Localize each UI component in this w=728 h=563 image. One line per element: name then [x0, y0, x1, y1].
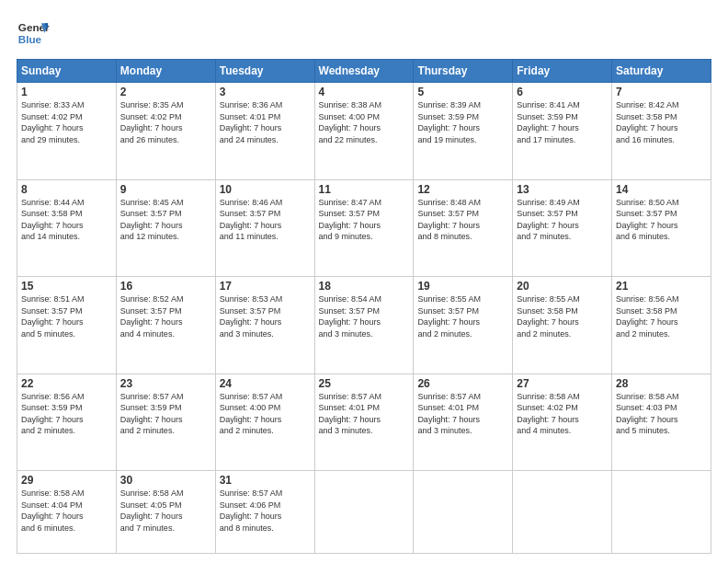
day-info: Sunrise: 8:53 AM Sunset: 3:57 PM Dayligh… — [220, 293, 311, 339]
empty-cell — [414, 471, 513, 554]
weekday-tuesday: Tuesday — [215, 60, 314, 83]
svg-text:Blue: Blue — [18, 33, 42, 45]
day-info: Sunrise: 8:57 AM Sunset: 4:06 PM Dayligh… — [220, 488, 311, 534]
day-info: Sunrise: 8:39 AM Sunset: 3:59 PM Dayligh… — [417, 99, 508, 145]
calendar-day-29: 29Sunrise: 8:58 AM Sunset: 4:04 PM Dayli… — [17, 471, 117, 554]
day-number: 30 — [120, 474, 211, 487]
calendar-day-30: 30Sunrise: 8:58 AM Sunset: 4:05 PM Dayli… — [116, 471, 215, 554]
day-number: 3 — [220, 86, 311, 98]
day-info: Sunrise: 8:35 AM Sunset: 4:02 PM Dayligh… — [120, 99, 211, 145]
day-number: 18 — [319, 280, 410, 293]
day-number: 15 — [21, 280, 112, 293]
calendar-day-20: 20Sunrise: 8:55 AM Sunset: 3:58 PM Dayli… — [513, 277, 612, 374]
day-info: Sunrise: 8:42 AM Sunset: 3:58 PM Dayligh… — [616, 99, 707, 145]
day-info: Sunrise: 8:51 AM Sunset: 3:57 PM Dayligh… — [21, 293, 112, 339]
page: General Blue SundayMondayTuesdayWednesda… — [0, 0, 728, 563]
day-info: Sunrise: 8:41 AM Sunset: 3:59 PM Dayligh… — [517, 99, 608, 145]
day-info: Sunrise: 8:50 AM Sunset: 3:57 PM Dayligh… — [616, 197, 707, 243]
weekday-thursday: Thursday — [414, 60, 513, 83]
calendar-week-4: 22Sunrise: 8:56 AM Sunset: 3:59 PM Dayli… — [17, 373, 711, 471]
day-info: Sunrise: 8:58 AM Sunset: 4:02 PM Dayligh… — [517, 391, 608, 437]
calendar-day-26: 26Sunrise: 8:57 AM Sunset: 4:01 PM Dayli… — [414, 373, 513, 471]
calendar-day-3: 3Sunrise: 8:36 AM Sunset: 4:01 PM Daylig… — [215, 83, 314, 180]
day-number: 23 — [120, 377, 211, 390]
day-info: Sunrise: 8:52 AM Sunset: 3:57 PM Dayligh… — [120, 293, 211, 339]
calendar-day-9: 9Sunrise: 8:45 AM Sunset: 3:57 PM Daylig… — [116, 179, 215, 277]
empty-cell — [314, 471, 414, 554]
day-info: Sunrise: 8:48 AM Sunset: 3:57 PM Dayligh… — [417, 197, 508, 243]
calendar-day-24: 24Sunrise: 8:57 AM Sunset: 4:00 PM Dayli… — [215, 373, 314, 471]
day-info: Sunrise: 8:58 AM Sunset: 4:05 PM Dayligh… — [120, 488, 211, 534]
calendar-day-22: 22Sunrise: 8:56 AM Sunset: 3:59 PM Dayli… — [17, 373, 117, 471]
calendar-table: SundayMondayTuesdayWednesdayThursdayFrid… — [17, 59, 711, 554]
calendar-day-28: 28Sunrise: 8:58 AM Sunset: 4:03 PM Dayli… — [612, 373, 711, 471]
calendar-week-3: 15Sunrise: 8:51 AM Sunset: 3:57 PM Dayli… — [17, 277, 711, 374]
day-number: 5 — [417, 86, 508, 98]
calendar-day-14: 14Sunrise: 8:50 AM Sunset: 3:57 PM Dayli… — [612, 179, 711, 277]
calendar-day-27: 27Sunrise: 8:58 AM Sunset: 4:02 PM Dayli… — [513, 373, 612, 471]
calendar-day-7: 7Sunrise: 8:42 AM Sunset: 3:58 PM Daylig… — [612, 83, 711, 180]
day-info: Sunrise: 8:45 AM Sunset: 3:57 PM Dayligh… — [120, 197, 211, 243]
day-number: 16 — [120, 280, 211, 293]
logo-icon: General Blue — [17, 17, 50, 50]
calendar-week-2: 8Sunrise: 8:44 AM Sunset: 3:58 PM Daylig… — [17, 179, 711, 277]
calendar-day-19: 19Sunrise: 8:55 AM Sunset: 3:57 PM Dayli… — [414, 277, 513, 374]
weekday-monday: Monday — [116, 60, 215, 83]
day-info: Sunrise: 8:33 AM Sunset: 4:02 PM Dayligh… — [21, 99, 112, 145]
weekday-saturday: Saturday — [612, 60, 711, 83]
calendar-day-15: 15Sunrise: 8:51 AM Sunset: 3:57 PM Dayli… — [17, 277, 117, 374]
calendar-day-21: 21Sunrise: 8:56 AM Sunset: 3:58 PM Dayli… — [612, 277, 711, 374]
day-number: 17 — [220, 280, 311, 293]
day-info: Sunrise: 8:57 AM Sunset: 3:59 PM Dayligh… — [120, 391, 211, 437]
day-number: 29 — [21, 474, 112, 487]
calendar-day-1: 1Sunrise: 8:33 AM Sunset: 4:02 PM Daylig… — [17, 83, 117, 180]
day-number: 13 — [517, 183, 608, 196]
calendar-day-11: 11Sunrise: 8:47 AM Sunset: 3:57 PM Dayli… — [314, 179, 414, 277]
calendar-day-4: 4Sunrise: 8:38 AM Sunset: 4:00 PM Daylig… — [314, 83, 414, 180]
weekday-wednesday: Wednesday — [314, 60, 414, 83]
calendar-day-8: 8Sunrise: 8:44 AM Sunset: 3:58 PM Daylig… — [17, 179, 117, 277]
day-info: Sunrise: 8:44 AM Sunset: 3:58 PM Dayligh… — [21, 197, 112, 243]
weekday-sunday: Sunday — [17, 60, 117, 83]
day-info: Sunrise: 8:46 AM Sunset: 3:57 PM Dayligh… — [220, 197, 311, 243]
day-number: 19 — [417, 280, 508, 293]
day-number: 4 — [319, 86, 410, 98]
day-number: 21 — [616, 280, 707, 293]
day-number: 1 — [21, 86, 112, 98]
day-number: 26 — [417, 377, 508, 390]
weekday-friday: Friday — [513, 60, 612, 83]
day-number: 7 — [616, 86, 707, 98]
day-info: Sunrise: 8:57 AM Sunset: 4:00 PM Dayligh… — [220, 391, 311, 437]
calendar-day-5: 5Sunrise: 8:39 AM Sunset: 3:59 PM Daylig… — [414, 83, 513, 180]
calendar-day-2: 2Sunrise: 8:35 AM Sunset: 4:02 PM Daylig… — [116, 83, 215, 180]
calendar-day-12: 12Sunrise: 8:48 AM Sunset: 3:57 PM Dayli… — [414, 179, 513, 277]
day-number: 9 — [120, 183, 211, 196]
day-number: 2 — [120, 86, 211, 98]
day-info: Sunrise: 8:54 AM Sunset: 3:57 PM Dayligh… — [319, 293, 410, 339]
calendar-day-31: 31Sunrise: 8:57 AM Sunset: 4:06 PM Dayli… — [215, 471, 314, 554]
day-info: Sunrise: 8:58 AM Sunset: 4:03 PM Dayligh… — [616, 391, 707, 437]
day-info: Sunrise: 8:57 AM Sunset: 4:01 PM Dayligh… — [319, 391, 410, 437]
calendar-day-23: 23Sunrise: 8:57 AM Sunset: 3:59 PM Dayli… — [116, 373, 215, 471]
day-info: Sunrise: 8:57 AM Sunset: 4:01 PM Dayligh… — [417, 391, 508, 437]
day-info: Sunrise: 8:38 AM Sunset: 4:00 PM Dayligh… — [319, 99, 410, 145]
day-info: Sunrise: 8:55 AM Sunset: 3:57 PM Dayligh… — [417, 293, 508, 339]
day-number: 31 — [220, 474, 311, 487]
day-number: 22 — [21, 377, 112, 390]
calendar-day-10: 10Sunrise: 8:46 AM Sunset: 3:57 PM Dayli… — [215, 179, 314, 277]
day-number: 10 — [220, 183, 311, 196]
day-info: Sunrise: 8:49 AM Sunset: 3:57 PM Dayligh… — [517, 197, 608, 243]
calendar-day-13: 13Sunrise: 8:49 AM Sunset: 3:57 PM Dayli… — [513, 179, 612, 277]
calendar-week-5: 29Sunrise: 8:58 AM Sunset: 4:04 PM Dayli… — [17, 471, 711, 554]
day-number: 28 — [616, 377, 707, 390]
weekday-header-row: SundayMondayTuesdayWednesdayThursdayFrid… — [17, 60, 711, 83]
logo: General Blue — [17, 17, 50, 50]
day-number: 14 — [616, 183, 707, 196]
day-number: 25 — [319, 377, 410, 390]
day-number: 11 — [319, 183, 410, 196]
day-info: Sunrise: 8:56 AM Sunset: 3:58 PM Dayligh… — [616, 293, 707, 339]
calendar-day-25: 25Sunrise: 8:57 AM Sunset: 4:01 PM Dayli… — [314, 373, 414, 471]
calendar-week-1: 1Sunrise: 8:33 AM Sunset: 4:02 PM Daylig… — [17, 83, 711, 180]
empty-cell — [513, 471, 612, 554]
empty-cell — [612, 471, 711, 554]
